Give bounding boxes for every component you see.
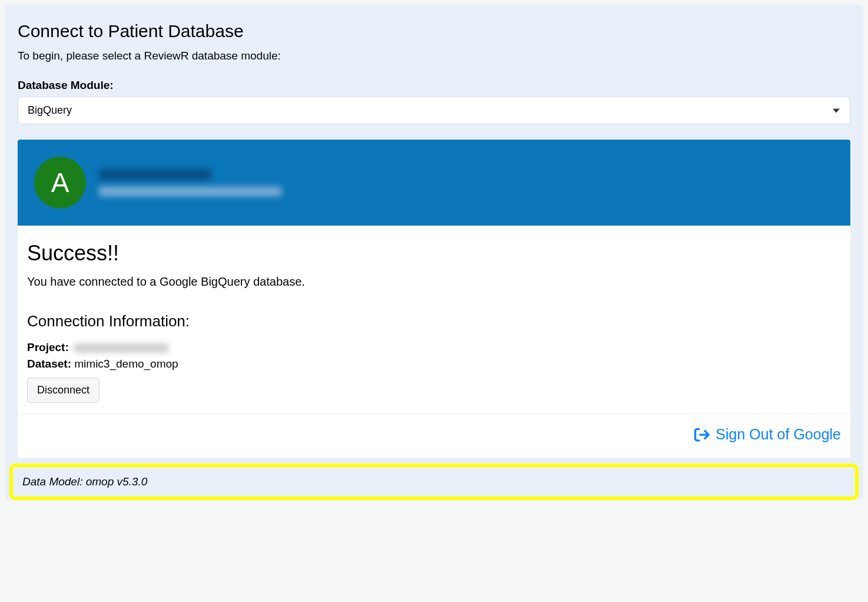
success-title: Success!! [27, 241, 841, 266]
avatar: A [34, 157, 86, 209]
connection-card: A Success!! You have connected to a Goog… [18, 140, 850, 458]
panel-title: Connect to Patient Database [18, 21, 850, 41]
card-header: A [18, 140, 850, 226]
connection-info-heading: Connection Information: [27, 312, 841, 330]
success-message: You have connected to a Google BigQuery … [27, 275, 841, 289]
sign-out-label: Sign Out of Google [715, 426, 841, 443]
project-row: Project: [27, 341, 841, 354]
panel-subtitle: To begin, please select a ReviewR databa… [18, 49, 850, 62]
project-label: Project: [27, 341, 69, 353]
dataset-row: Dataset: mimic3_demo_omop [27, 358, 841, 371]
avatar-letter: A [51, 167, 69, 199]
card-body: Success!! You have connected to a Google… [18, 226, 850, 414]
card-footer: Sign Out of Google [18, 414, 850, 458]
user-email-redacted [99, 187, 281, 196]
sign-out-icon [694, 427, 710, 442]
chevron-down-icon [833, 108, 840, 113]
sign-out-link[interactable]: Sign Out of Google [694, 426, 841, 443]
module-select-wrap: BigQuery [18, 97, 850, 124]
data-model-bar: Data Model: omop v5.3.0 [9, 464, 859, 500]
user-info [99, 169, 281, 196]
disconnect-button[interactable]: Disconnect [27, 378, 100, 403]
dataset-label: Dataset: [27, 358, 71, 370]
user-name-redacted [99, 169, 211, 180]
dataset-value: mimic3_demo_omop [74, 358, 178, 370]
data-model-text: Data Model: omop v5.3.0 [22, 475, 147, 488]
connect-panel: Connect to Patient Database To begin, pl… [5, 5, 863, 500]
project-value-redacted [74, 343, 168, 353]
module-select[interactable]: BigQuery [18, 97, 850, 124]
module-select-value: BigQuery [28, 104, 72, 117]
module-select-label: Database Module: [18, 79, 850, 92]
